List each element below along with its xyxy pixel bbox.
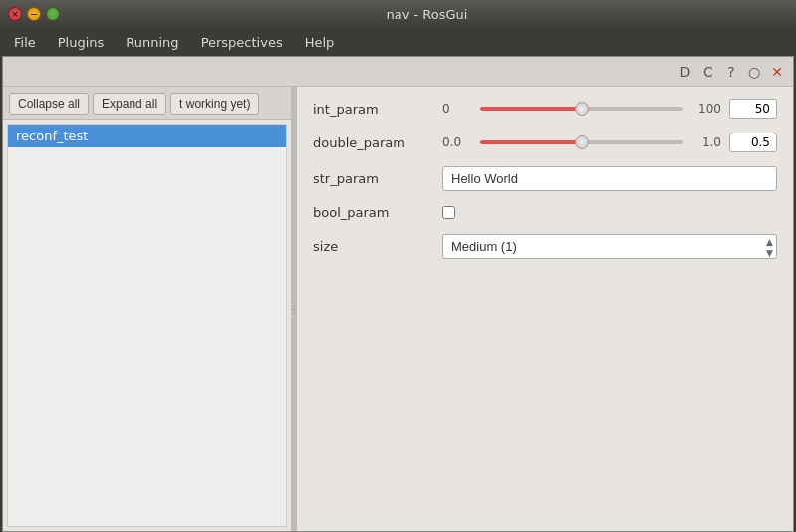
close-icon: × — [11, 9, 19, 19]
left-panel: Collapse all Expand all t working yet) r… — [3, 87, 292, 531]
int-param-min: 0 — [442, 102, 472, 116]
str-param-row: str_param — [313, 166, 777, 191]
menu-help[interactable]: Help — [295, 31, 345, 54]
content-area: Collapse all Expand all t working yet) r… — [3, 87, 793, 531]
help-toolbar-icon[interactable]: ? — [721, 62, 741, 82]
titlebar: × − nav - RosGui — [0, 0, 796, 28]
int-param-control: 0 100 50 — [442, 99, 777, 119]
str-param-control — [442, 166, 777, 191]
str-param-input[interactable] — [442, 166, 777, 191]
double-param-control: 0.0 1.0 0.5 — [442, 133, 777, 152]
minimize-button[interactable]: − — [27, 7, 41, 21]
double-param-slider-container — [480, 134, 683, 150]
bool-param-control — [442, 206, 777, 219]
size-select-wrapper: Small (0) Medium (1) Large (2) ▲ ▼ — [442, 234, 777, 259]
d-toolbar-icon[interactable]: D — [675, 62, 695, 82]
not-working-button[interactable]: t working yet) — [170, 93, 259, 115]
o-toolbar-icon[interactable]: ○ — [744, 62, 764, 82]
int-param-max: 100 — [691, 102, 721, 116]
str-param-label: str_param — [313, 171, 432, 186]
left-panel-toolbar: Collapse all Expand all t working yet) — [3, 87, 291, 120]
right-panel: int_param 0 100 50 double_param 0.0 — [297, 87, 793, 531]
double-param-value[interactable]: 0.5 — [729, 133, 777, 152]
int-param-row: int_param 0 100 50 — [313, 99, 777, 119]
tree-item-reconf-test[interactable]: reconf_test — [8, 125, 286, 147]
toolbar-row: D C ? ○ ✕ — [3, 57, 793, 87]
menubar: File Plugins Running Perspectives Help — [0, 28, 796, 56]
bool-param-label: bool_param — [313, 205, 432, 220]
collapse-all-button[interactable]: Collapse all — [9, 93, 89, 115]
window-controls: × − — [8, 7, 60, 21]
size-select[interactable]: Small (0) Medium (1) Large (2) — [442, 234, 777, 259]
menu-running[interactable]: Running — [116, 31, 188, 54]
bool-param-row: bool_param — [313, 205, 777, 220]
double-param-label: double_param — [313, 135, 432, 150]
menu-file[interactable]: File — [4, 31, 46, 54]
size-param-control: Small (0) Medium (1) Large (2) ▲ ▼ — [442, 234, 777, 259]
menu-perspectives[interactable]: Perspectives — [191, 31, 293, 54]
int-param-value[interactable]: 50 — [729, 99, 777, 119]
int-param-slider-container — [480, 101, 683, 117]
bool-param-checkbox[interactable] — [442, 206, 455, 219]
size-param-row: size Small (0) Medium (1) Large (2) ▲ ▼ — [313, 234, 777, 259]
menu-plugins[interactable]: Plugins — [48, 31, 115, 54]
int-param-label: int_param — [313, 102, 432, 117]
main-window: D C ? ○ ✕ Collapse all Expand all t work… — [2, 56, 794, 532]
int-param-slider[interactable] — [480, 107, 683, 111]
maximize-button[interactable] — [46, 7, 60, 21]
double-param-min: 0.0 — [442, 135, 472, 149]
expand-all-button[interactable]: Expand all — [93, 93, 166, 115]
c-toolbar-icon[interactable]: C — [698, 62, 718, 82]
double-param-max: 1.0 — [691, 135, 721, 149]
size-param-label: size — [313, 239, 432, 254]
double-param-row: double_param 0.0 1.0 0.5 — [313, 133, 777, 152]
window-title: nav - RosGui — [66, 7, 788, 22]
close-toolbar-icon[interactable]: ✕ — [767, 62, 787, 82]
close-button[interactable]: × — [8, 7, 22, 21]
tree-area: reconf_test — [7, 124, 287, 527]
double-param-slider[interactable] — [480, 140, 683, 144]
minimize-icon: − — [30, 9, 38, 19]
